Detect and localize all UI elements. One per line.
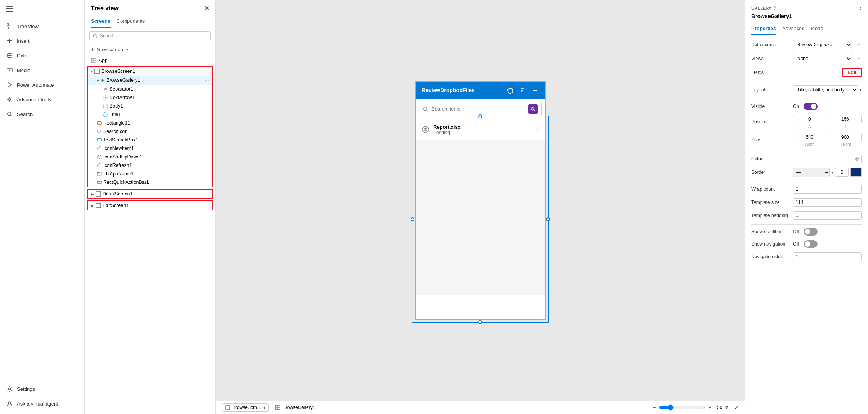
tab-components[interactable]: Components: [117, 15, 145, 28]
scrollbar-toggle[interactable]: [804, 228, 818, 236]
edit-screen-box: ▶ EditScreen1: [87, 200, 213, 210]
fullscreen-icon[interactable]: ⤢: [734, 404, 739, 411]
tree-node-icon-new-item1[interactable]: IconNewItem1: [88, 144, 212, 153]
svg-marker-27: [105, 96, 107, 99]
tree-node-icon-sort1[interactable]: IconSortUpDown1: [88, 153, 212, 161]
position-x-input[interactable]: 0: [793, 115, 826, 123]
divider-1: [751, 82, 862, 82]
data-source-dots[interactable]: ···: [854, 41, 862, 48]
node-dots-gallery[interactable]: ···: [204, 77, 209, 83]
template-padding-input[interactable]: [793, 211, 862, 220]
views-dots[interactable]: ···: [854, 55, 862, 62]
border-style-chevron: ▾: [831, 170, 833, 175]
handle-bot-center[interactable]: [478, 320, 482, 324]
fields-edit-button[interactable]: Edit: [842, 68, 862, 77]
tab-screens[interactable]: Screens: [91, 15, 111, 28]
tree-node-browse-gallery1[interactable]: ▾ ⊞ BrowseGallery1 ···: [88, 76, 212, 85]
tree-node-text-search-box1[interactable]: TextSearchBox1: [88, 136, 212, 144]
position-y-input[interactable]: 156: [829, 115, 862, 123]
search-action-btn[interactable]: [528, 104, 538, 114]
tab-ideas[interactable]: Ideas: [811, 22, 823, 35]
color-picker-btn[interactable]: [853, 155, 862, 163]
prop-data-source-value: ReviewDropbox... ···: [793, 40, 862, 49]
prop-border: Border — ▾: [751, 168, 862, 177]
size-height-input[interactable]: 980: [829, 133, 862, 141]
tree-node-title1[interactable]: Title1: [88, 110, 212, 119]
svg-rect-21: [91, 61, 93, 63]
border-style-select[interactable]: —: [793, 168, 830, 177]
border-width-input[interactable]: [835, 168, 849, 177]
app-item[interactable]: App: [85, 55, 215, 66]
prop-position-value: 0 X 156 Y: [793, 115, 862, 128]
svg-rect-1: [6, 8, 13, 9]
tree-node-icon-refresh1[interactable]: IconRefresh1: [88, 161, 212, 170]
template-size-input[interactable]: [793, 198, 862, 207]
tree-node-lbl-app-name1[interactable]: LblAppName1: [88, 170, 212, 178]
refresh-header-icon[interactable]: [506, 86, 514, 94]
add-header-icon[interactable]: [531, 86, 539, 94]
zoom-out-btn[interactable]: −: [653, 404, 656, 411]
hamburger-menu[interactable]: [0, 3, 84, 16]
sidebar-item-search[interactable]: Search: [0, 107, 84, 121]
views-select[interactable]: None: [793, 54, 852, 63]
tree-node-search-icon1[interactable]: SearchIcon1: [88, 127, 212, 136]
tree-node-browse-screen1[interactable]: ▾ BrowseScreen1: [88, 67, 212, 76]
tree-content: ▾ BrowseScreen1 ▾ ⊞ BrowseGallery1 ··· S…: [85, 66, 215, 414]
sort-header-icon[interactable]: [519, 86, 526, 94]
handle-mid-right[interactable]: [546, 217, 550, 221]
canvas-main: ReviewDropboxFiles: [216, 0, 745, 401]
sidebar-item-settings[interactable]: Settings: [0, 382, 84, 396]
sidebar-item-tree-view[interactable]: Tree view: [0, 19, 84, 34]
phone-search-input[interactable]: [431, 106, 525, 112]
tree-node-edit-screen1[interactable]: ▶ EditScreen1: [88, 201, 212, 210]
border-color-swatch[interactable]: [850, 168, 862, 177]
sidebar-item-media[interactable]: Media: [0, 63, 84, 77]
svg-point-10: [7, 54, 12, 56]
prop-layout-value: Title, subtitle, and body ▾: [793, 85, 862, 94]
sidebar-item-power-automate[interactable]: Power Automate: [0, 77, 84, 92]
gallery-help-icon[interactable]: ?: [773, 5, 776, 11]
tree-close-icon[interactable]: ✕: [204, 5, 209, 12]
visible-toggle[interactable]: [804, 103, 818, 110]
edit-screen-icon: [96, 203, 101, 208]
prop-fields: Fields Edit: [751, 68, 862, 77]
navigation-toggle[interactable]: [804, 240, 818, 248]
rect-quick-bar-icon: [97, 180, 102, 185]
wrap-count-input[interactable]: [793, 185, 862, 194]
handle-mid-left[interactable]: [411, 217, 414, 221]
layout-select[interactable]: Title, subtitle, and body: [793, 85, 858, 94]
sidebar-item-advanced-tools[interactable]: Advanced tools: [0, 92, 84, 107]
sidebar-item-data[interactable]: Data: [0, 48, 84, 63]
tree-node-next-arrow1[interactable]: NextArrow1: [88, 93, 212, 102]
tab-advanced[interactable]: Advanced: [782, 22, 804, 35]
size-height-wrap: 980 Height: [829, 133, 862, 146]
tree-node-body1[interactable]: Body1: [88, 102, 212, 110]
tree-node-detail-screen1[interactable]: ▶ DetailScreen1: [88, 190, 212, 198]
sidebar-item-insert[interactable]: Insert: [0, 34, 84, 48]
sidebar-label-search: Search: [17, 111, 33, 117]
app-title: ReviewDropboxFiles: [422, 87, 475, 93]
tree-search-input[interactable]: [100, 33, 207, 39]
tree-node-rectangle11[interactable]: Rectangle11: [88, 119, 212, 127]
tree-node-separator1[interactable]: Separator1: [88, 85, 212, 93]
tree-tabs: Screens Components: [85, 15, 215, 28]
tab-properties[interactable]: Properties: [751, 22, 776, 35]
zoom-in-btn[interactable]: +: [708, 404, 711, 411]
zoom-slider[interactable]: [659, 404, 705, 411]
nav-step-input[interactable]: [793, 252, 862, 261]
data-source-select[interactable]: ReviewDropbox...: [793, 40, 852, 49]
right-panel-expand-icon[interactable]: ›: [860, 5, 862, 12]
size-width-input[interactable]: 640: [793, 133, 826, 141]
sidebar-item-virtual-agent[interactable]: Ask a virtual agent: [0, 396, 84, 411]
right-panel-body: Data source ReviewDropbox... ··· Views N…: [745, 35, 868, 270]
header-icons: [506, 86, 539, 94]
tree-node-rect-quick-bar1[interactable]: RectQuickActionBar1: [88, 178, 212, 187]
new-screen-button[interactable]: + New screen ▾: [85, 44, 215, 55]
prop-data-source: Data source ReviewDropbox... ···: [751, 40, 862, 49]
right-panel-gallery-label: GALLERY ?: [751, 5, 776, 11]
svg-line-15: [11, 115, 12, 117]
sidebar-label-insert: Insert: [17, 38, 30, 44]
phone-list-item[interactable]: Report.xlsx Pending ›: [416, 119, 545, 140]
prop-wrap-count-label: Wrap count: [751, 187, 790, 192]
screen-selector[interactable]: BrowseScrn... ▾: [222, 403, 269, 412]
